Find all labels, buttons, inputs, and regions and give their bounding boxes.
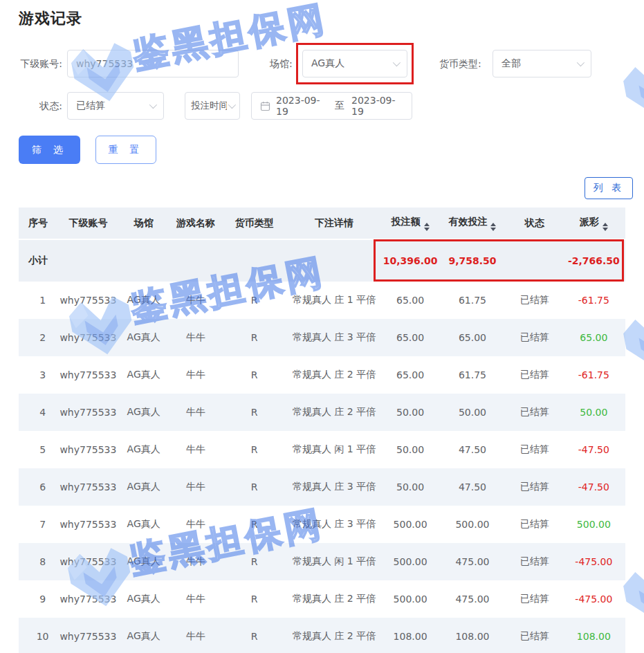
cell-venue: AG真人 xyxy=(120,618,168,653)
header-seq: 序号 xyxy=(19,208,57,239)
table-row: 10 why775533 AG真人 牛牛 R 常规真人 庄 2 平倍 108.0… xyxy=(19,618,625,653)
cell-game: 牛牛 xyxy=(168,282,223,319)
filter-button[interactable]: 筛 选 xyxy=(19,136,80,164)
records-table: 序号 下级账号 场馆 游戏名称 货币类型 下注详情 投注额 有效投注 状态 派彩… xyxy=(19,208,625,653)
cell-venue: AG真人 xyxy=(120,506,168,543)
cell-venue: AG真人 xyxy=(120,356,168,394)
cell-seq: 9 xyxy=(19,580,57,618)
venue-value: AG真人 xyxy=(311,57,389,70)
cell-currency: R xyxy=(223,319,286,356)
cell-detail: 常规真人 庄 3 平倍 xyxy=(286,506,383,543)
table-row: 1 why775533 AG真人 牛牛 R 常规真人 庄 1 平倍 65.00 … xyxy=(19,282,625,319)
cell-account: why775533 xyxy=(57,319,119,356)
date-separator: 至 xyxy=(335,100,344,112)
table-row: 6 why775533 AG真人 牛牛 R 常规真人 庄 3 平倍 50.00 … xyxy=(19,468,625,506)
chevron-down-icon xyxy=(228,101,236,109)
currency-select[interactable]: 全部 xyxy=(493,50,591,77)
subtotal-bet: 10,396.00 xyxy=(383,239,438,282)
cell-account: why775533 xyxy=(57,580,119,618)
cell-status: 已结算 xyxy=(507,431,562,468)
header-currency: 货币类型 xyxy=(223,208,286,239)
cell-detail: 常规真人 庄 3 平倍 xyxy=(286,319,383,356)
cell-payout: 108.00 xyxy=(562,618,625,653)
table-row: 3 why775533 AG真人 牛牛 R 常规真人 庄 2 平倍 65.00 … xyxy=(19,356,625,394)
time-type-select[interactable]: 投注时间 xyxy=(185,92,240,120)
header-valid[interactable]: 有效投注 xyxy=(438,208,507,239)
chevron-down-icon xyxy=(393,59,401,66)
subtotal-valid: 9,758.50 xyxy=(438,239,507,282)
calendar-icon xyxy=(260,101,270,111)
cell-payout: 50.00 xyxy=(562,394,625,431)
sort-icon[interactable] xyxy=(424,223,430,231)
venue-select[interactable]: AG真人 xyxy=(302,50,407,77)
cell-payout: -61.75 xyxy=(562,356,625,394)
cell-valid: 61.75 xyxy=(438,356,507,394)
reset-button[interactable]: 重 置 xyxy=(95,136,156,164)
page-title: 游戏记录 xyxy=(19,8,82,29)
cell-detail: 常规真人 闲 1 平倍 xyxy=(286,543,383,580)
cell-bet: 500.00 xyxy=(383,580,438,618)
cell-payout: 500.00 xyxy=(562,506,625,543)
cell-status: 已结算 xyxy=(507,580,562,618)
cell-currency: R xyxy=(223,506,286,543)
cell-seq: 5 xyxy=(19,431,57,468)
cell-status: 已结算 xyxy=(507,282,562,319)
cell-valid: 47.50 xyxy=(438,431,507,468)
header-bet[interactable]: 投注额 xyxy=(383,208,438,239)
status-select[interactable]: 已结算 xyxy=(67,92,164,120)
cell-payout: -61.75 xyxy=(562,282,625,319)
cell-venue: AG真人 xyxy=(120,431,168,468)
cell-game: 牛牛 xyxy=(168,543,223,580)
venue-label: 场馆: xyxy=(270,50,296,77)
cell-currency: R xyxy=(223,394,286,431)
cell-currency: R xyxy=(223,431,286,468)
header-detail: 下注详情 xyxy=(286,208,383,239)
date-range-picker[interactable]: 2023-09-19 至 2023-09-19 xyxy=(251,92,412,120)
date-from[interactable]: 2023-09-19 xyxy=(276,95,328,117)
cell-game: 牛牛 xyxy=(168,356,223,394)
cell-valid: 61.75 xyxy=(438,282,507,319)
watermark: 鉴黑担保网 xyxy=(611,10,644,132)
cell-valid: 475.00 xyxy=(438,580,507,618)
cell-payout: 65.00 xyxy=(562,319,625,356)
cell-valid: 47.50 xyxy=(438,468,507,506)
cell-seq: 4 xyxy=(19,394,57,431)
cell-bet: 65.00 xyxy=(383,319,438,356)
cell-venue: AG真人 xyxy=(120,282,168,319)
cell-status: 已结算 xyxy=(507,356,562,394)
cell-account: why775533 xyxy=(57,282,119,319)
cell-venue: AG真人 xyxy=(120,543,168,580)
cell-venue: AG真人 xyxy=(120,319,168,356)
cell-venue: AG真人 xyxy=(120,580,168,618)
cell-bet: 108.00 xyxy=(383,618,438,653)
cell-account: why775533 xyxy=(57,431,119,468)
subtotal-row: 小计 10,396.00 9,758.50 -2,766.50 xyxy=(19,239,625,282)
cell-valid: 50.00 xyxy=(438,394,507,431)
cell-bet: 65.00 xyxy=(383,356,438,394)
header-payout[interactable]: 派彩 xyxy=(562,208,625,239)
table-row: 7 why775533 AG真人 牛牛 R 常规真人 庄 3 平倍 500.00… xyxy=(19,506,625,543)
status-label: 状态: xyxy=(14,92,62,120)
list-view-button[interactable]: 列 表 xyxy=(585,177,633,199)
cell-account: why775533 xyxy=(57,356,119,394)
cell-venue: AG真人 xyxy=(120,394,168,431)
cell-status: 已结算 xyxy=(507,618,562,653)
cell-currency: R xyxy=(223,580,286,618)
cell-account: why775533 xyxy=(57,618,119,653)
cell-bet: 50.00 xyxy=(383,394,438,431)
date-to[interactable]: 2023-09-19 xyxy=(351,95,403,117)
cell-currency: R xyxy=(223,468,286,506)
sort-icon[interactable] xyxy=(490,223,496,231)
cell-seq: 8 xyxy=(19,543,57,580)
cell-currency: R xyxy=(223,356,286,394)
cell-detail: 常规真人 闲 1 平倍 xyxy=(286,431,383,468)
cell-valid: 108.00 xyxy=(438,618,507,653)
cell-seq: 2 xyxy=(19,319,57,356)
cell-account: why775533 xyxy=(57,543,119,580)
cell-game: 牛牛 xyxy=(168,618,223,653)
header-status: 状态 xyxy=(507,208,562,239)
sort-icon[interactable] xyxy=(602,223,608,231)
account-input[interactable]: why775533 xyxy=(67,50,239,77)
cell-bet: 50.00 xyxy=(383,431,438,468)
cell-valid: 500.00 xyxy=(438,506,507,543)
